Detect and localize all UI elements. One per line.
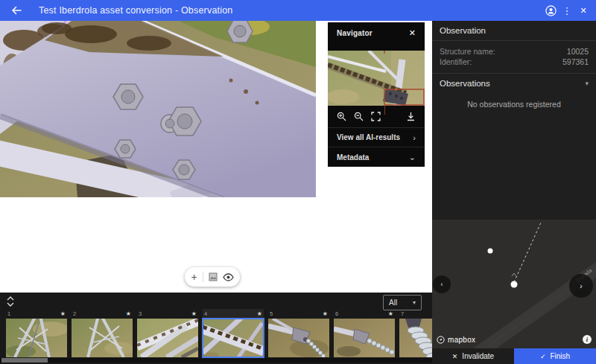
download-icon[interactable] [406, 112, 416, 121]
main-image-viewer[interactable] [0, 21, 316, 197]
navigator-panel: Navigator ✕ [328, 22, 425, 167]
filter-selected-value: All [389, 298, 397, 307]
navigator-close-icon[interactable]: ✕ [409, 28, 416, 38]
zoom-out-icon[interactable] [354, 112, 364, 121]
identifier-row: Identifier: 597361 [440, 57, 589, 67]
zoom-in-icon[interactable] [337, 112, 346, 121]
chevron-down-icon: ⌄ [409, 153, 416, 162]
star-icon[interactable]: ★ [257, 311, 262, 317]
top-bar: Test Iberdrola asset conversion - Observ… [0, 0, 596, 21]
identifier-label: Identifier: [440, 57, 472, 66]
app-window: Test Iberdrola asset conversion - Observ… [0, 0, 596, 364]
filter-caret-icon: ▾ [413, 299, 416, 306]
thumb-number: 2 [73, 310, 76, 317]
thumbnail-item-4-selected[interactable]: 4★ [203, 310, 264, 357]
page-title: Test Iberdrola asset conversion - Observ… [39, 5, 233, 16]
map-next-button[interactable]: › [569, 274, 593, 298]
observations-section-header[interactable]: Observations ▾ [432, 74, 596, 93]
map-marker [488, 249, 493, 254]
map-prev-button[interactable]: ‹ [433, 275, 451, 293]
filmstrip-panel: All ▾ 1★ [0, 293, 432, 364]
invalidate-x-icon: ✕ [452, 353, 458, 360]
observations-section-title: Observations [440, 79, 490, 88]
main-photo [0, 21, 316, 197]
account-icon[interactable] [542, 2, 559, 19]
finish-check-icon: ✓ [540, 353, 546, 360]
invalidate-label: Invalidate [462, 352, 494, 360]
observations-caret-icon: ▾ [585, 80, 589, 87]
mapbox-wordmark: mapbox [448, 336, 475, 344]
window-close-icon[interactable]: ✕ [575, 2, 592, 19]
thumbnail-item-7[interactable]: 7★ [399, 310, 432, 357]
thumb-number: 3 [139, 310, 142, 317]
star-icon[interactable]: ★ [323, 311, 328, 317]
observation-panel: Observation Structure name: 10025 Identi… [432, 21, 596, 364]
thumbnail-item-1[interactable]: 1★ [6, 310, 67, 357]
structure-name-row: Structure name: 10025 [440, 46, 589, 57]
thumbnail-item-2[interactable]: 2★ [72, 310, 133, 357]
filmstrip-scrollbar-track [0, 358, 432, 363]
thumbnail-item-6[interactable]: 6★ [334, 310, 395, 357]
add-observation-icon[interactable]: + [191, 272, 197, 282]
more-options-icon[interactable]: ⋮ [559, 2, 575, 19]
mapbox-attribution[interactable]: mapbox [437, 336, 475, 344]
navigator-toolbar [328, 106, 425, 128]
invalidate-button[interactable]: ✕ Invalidate [432, 348, 514, 364]
metadata-row[interactable]: Metadata ⌄ [328, 147, 425, 167]
back-arrow-icon[interactable] [10, 4, 22, 16]
navigator-header: Navigator ✕ [328, 22, 425, 43]
navigator-title: Navigator [337, 29, 372, 37]
thumbnail-item-5[interactable]: 5★ [268, 310, 329, 357]
star-icon[interactable]: ★ [60, 311, 66, 317]
chevron-right-icon: › [413, 133, 416, 142]
structure-name-label: Structure name: [440, 47, 495, 56]
map-view[interactable]: Estrada ‹ › mapbox i [432, 220, 596, 348]
fit-screen-icon[interactable] [371, 112, 381, 121]
ai-results-label: View all AI-results [337, 133, 400, 141]
viewer-workspace: Navigator ✕ [0, 21, 432, 364]
navigator-thumbnail[interactable] [328, 51, 425, 106]
star-icon[interactable]: ★ [191, 311, 197, 317]
action-footer: ✕ Invalidate ✓ Finish [432, 348, 596, 364]
map-info-icon[interactable]: i [583, 335, 592, 344]
finish-label: Finish [550, 352, 570, 360]
identifier-value: 597361 [562, 57, 589, 66]
viewport-indicator-line [384, 106, 385, 115]
observation-panel-title: Observation [432, 21, 596, 41]
structure-name-value: 10025 [567, 47, 589, 56]
image-filter-select[interactable]: All ▾ [383, 295, 422, 310]
image-overlay-icon[interactable] [209, 272, 218, 281]
map-marker-current [511, 281, 518, 288]
thumb-number: 6 [335, 310, 338, 317]
star-icon[interactable]: ★ [388, 311, 393, 317]
thumbnail-list: 1★ 2★ [6, 310, 432, 357]
viewer-toolbar: + [185, 267, 240, 287]
no-observations-message: No observations registered [432, 100, 596, 109]
view-ai-results-row[interactable]: View all AI-results › [328, 128, 425, 147]
visibility-eye-icon[interactable] [223, 273, 234, 281]
thumb-number: 5 [270, 310, 273, 317]
thumb-number: 1 [7, 310, 10, 317]
metadata-label: Metadata [337, 153, 369, 162]
toolbar-divider [203, 272, 203, 282]
structure-info: Structure name: 10025 Identifier: 597361 [432, 41, 596, 74]
expand-filmstrip-icon[interactable] [5, 296, 16, 307]
thumbnail-item-3[interactable]: 3★ [137, 310, 198, 357]
finish-button[interactable]: ✓ Finish [514, 348, 596, 364]
mapbox-logo-icon [437, 336, 445, 344]
thumb-number: 4 [204, 310, 207, 317]
thumb-number: 7 [401, 310, 404, 317]
star-icon[interactable]: ★ [126, 311, 131, 317]
filmstrip-scrollbar-thumb[interactable] [1, 358, 48, 363]
